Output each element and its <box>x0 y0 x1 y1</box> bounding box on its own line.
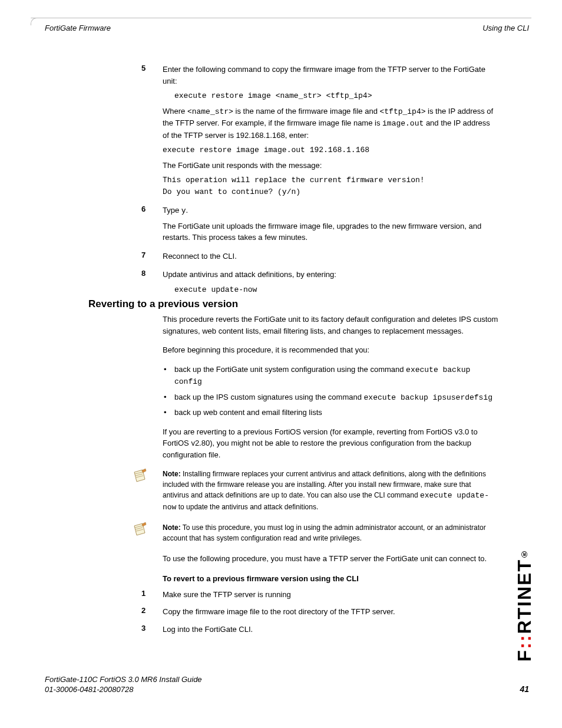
fortinet-logo: F::RTINET® <box>514 548 535 661</box>
step-6: 6 Type y. The FortiGate unit uploads the… <box>141 205 498 243</box>
note-icon <box>132 469 148 485</box>
procedure-heading: To revert to a previous firmware version… <box>163 574 498 583</box>
step-8: 8 Update antivirus and attack definition… <box>141 269 498 295</box>
step-text: Type y. <box>163 205 498 217</box>
step-2: 2 Copy the firmware image file to the ro… <box>141 606 498 618</box>
step-number: 2 <box>141 606 146 615</box>
header-rule <box>31 18 531 18</box>
step-number: 7 <box>141 251 146 259</box>
main-content: 5 Enter the following command to copy th… <box>141 64 498 309</box>
step-text: Make sure the TFTP server is running <box>163 589 498 601</box>
body-paragraph: To use the following procedure, you must… <box>163 553 498 565</box>
page-number: 41 <box>520 684 529 694</box>
list-item: back up the FortiGate unit system config… <box>163 364 498 388</box>
step-text: Copy the firmware image file to the root… <box>163 606 498 618</box>
step-number: 1 <box>141 589 146 598</box>
step-3: 3 Log into the FortiGate CLI. <box>141 624 498 635</box>
body-paragraph: This procedure reverts the FortiGate uni… <box>163 314 498 337</box>
step-text: Log into the FortiGate CLI. <box>163 624 498 635</box>
list-item: back up web content and email filtering … <box>163 407 498 419</box>
step-text: Reconnect to the CLI. <box>163 251 498 262</box>
footer-title: FortiGate-110C FortiOS 3.0 MR6 Install G… <box>45 675 202 684</box>
step-text: Update antivirus and attack definitions,… <box>163 269 498 281</box>
running-header-right: Using the CLI <box>482 24 529 32</box>
step-5: 5 Enter the following command to copy th… <box>141 64 498 197</box>
cli-command: execute restore image <name_str> <tftp_i… <box>174 90 498 102</box>
step-7: 7 Reconnect to the CLI. <box>141 251 498 262</box>
footer-docid: 01-30006-0481-20080728 <box>45 685 133 694</box>
section-body: This procedure reverts the FortiGate uni… <box>141 314 498 641</box>
note-text: Note: Installing firmware replaces your … <box>163 469 498 513</box>
step-number: 3 <box>141 624 146 633</box>
section-heading: Reverting to a previous version <box>88 298 238 310</box>
step-text: Where <name_str> is the name of the firm… <box>163 106 498 141</box>
cli-command: execute update-now <box>174 284 498 296</box>
cli-output: Do you want to continue? (y/n) <box>163 186 498 198</box>
step-number: 5 <box>141 64 146 73</box>
header-rule-curve <box>31 18 38 25</box>
step-text: Enter the following command to copy the … <box>163 64 498 87</box>
step-number: 6 <box>141 205 146 213</box>
running-header-left: FortiGate Firmware <box>45 24 111 32</box>
note-text: Note: To use this procedure, you must lo… <box>163 522 498 543</box>
note-block: Note: To use this procedure, you must lo… <box>141 522 498 543</box>
note-block: Note: Installing firmware replaces your … <box>141 469 498 513</box>
cli-output: This operation will replace the current … <box>163 174 498 186</box>
step-text: The FortiGate unit responds with the mes… <box>163 160 498 172</box>
step-number: 8 <box>141 269 146 278</box>
cli-command: execute restore image image.out 192.168.… <box>163 144 498 156</box>
bullet-list: back up the FortiGate unit system config… <box>163 364 498 419</box>
note-icon <box>132 522 148 539</box>
step-1: 1 Make sure the TFTP server is running <box>141 589 498 601</box>
body-paragraph: If you are reverting to a previous Forti… <box>163 426 498 461</box>
list-item: back up the IPS custom signatures using … <box>163 391 498 404</box>
body-paragraph: Before beginning this procedure, it is r… <box>163 344 498 356</box>
step-text: The FortiGate unit uploads the firmware … <box>163 220 498 243</box>
